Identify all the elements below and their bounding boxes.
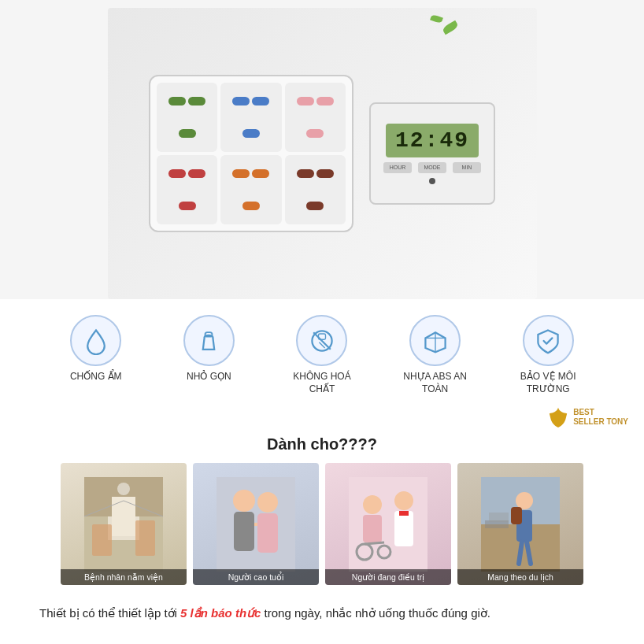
pill-pink-2 — [316, 97, 334, 105]
water-drop-icon — [82, 327, 110, 355]
timer-buttons: HOUR MODE MIN — [383, 162, 481, 173]
product-image-section: 12:49 HOUR MODE MIN — [0, 0, 644, 299]
svg-rect-31 — [394, 511, 413, 546]
shield-icon — [534, 327, 562, 355]
pill-red-2 — [188, 169, 205, 178]
feature-icon-chong-am — [70, 315, 121, 366]
svg-rect-16 — [135, 520, 155, 556]
svg-rect-26 — [363, 515, 382, 542]
svg-point-21 — [257, 492, 278, 513]
target-img-benh-nhan: Bệnh nhân nằm viện — [61, 463, 187, 585]
description-text-before: Thiết bị có thể thiết lập tới — [39, 606, 180, 620]
bestseller-icon-svg — [547, 406, 569, 428]
pill-brown-2 — [316, 169, 334, 178]
pill-cell-4 — [157, 155, 217, 224]
bestseller-badge: BEST SELLER TONY — [0, 403, 644, 431]
feature-icon-khong-hoa-chat — [296, 315, 347, 366]
description-section: Thiết bị có thể thiết lập tới 5 lần báo … — [0, 593, 644, 638]
feature-nhua-abs: NHỰA ABS AN TOÀN — [396, 315, 475, 395]
target-images-container: Bệnh nhân nằm viện Người cao tuổi — [39, 463, 605, 585]
bag-icon — [194, 327, 223, 355]
danh-cho-title: Dành cho???? — [39, 435, 605, 453]
feature-label-bao-ve: BẢO VỆ MÔI TRƯỜNG — [509, 371, 587, 395]
feature-chong-am: CHỐNG ẨM — [57, 315, 135, 383]
feature-label-khong-hoa-chat: KHÔNG HOÁ CHẤT — [283, 371, 361, 395]
box-icon — [421, 327, 450, 355]
pill-cell-3 — [285, 83, 346, 152]
svg-point-17 — [117, 483, 130, 495]
target-img-du-lich: Mang theo du lịch — [457, 463, 583, 585]
elderly-couple-svg — [217, 477, 295, 572]
timer-btn-min[interactable]: MIN — [453, 162, 481, 173]
pill-cell-6 — [285, 155, 346, 224]
target-label-benh-nhan: Bệnh nhân nằm viện — [61, 569, 187, 585]
nurse-patient-svg — [349, 477, 427, 572]
feature-icon-nho-gon — [183, 315, 235, 366]
traveler-svg — [481, 477, 560, 572]
target-img-bg-traveler — [457, 463, 583, 585]
svg-line-2 — [313, 332, 331, 350]
target-label-dieu-tri: Người đang điều trị — [325, 569, 451, 585]
features-section: CHỐNG ẨM NHỎ GỌN KHÔNG HOÁ CHẤT — [0, 299, 644, 403]
pill-cell-2 — [220, 83, 281, 152]
target-label-du-lich: Mang theo du lịch — [457, 569, 583, 585]
feature-bao-ve: BẢO VỆ MÔI TRƯỜNG — [509, 315, 587, 395]
product-image: 12:49 HOUR MODE MIN — [108, 8, 537, 299]
pill-brown-1 — [297, 169, 314, 178]
pill-green-1 — [168, 97, 186, 105]
bestseller-text: BEST SELLER TONY — [573, 408, 628, 427]
feature-nho-gon: NHỎ GỌN — [169, 315, 248, 383]
pill-box-scene: 12:49 HOUR MODE MIN — [108, 8, 537, 299]
timer-device: 12:49 HOUR MODE MIN — [369, 102, 495, 205]
target-img-bg-elderly — [193, 463, 319, 585]
target-img-bg-hospital — [61, 463, 187, 585]
pill-green-3 — [179, 129, 196, 138]
svg-rect-20 — [234, 512, 254, 551]
pill-brown-3 — [306, 202, 324, 210]
no-chemical-icon — [308, 327, 336, 355]
description-paragraph: Thiết bị có thể thiết lập tới 5 lần báo … — [39, 604, 605, 623]
timer-indicator-dot — [429, 178, 435, 184]
description-highlight: 5 lần báo thức — [180, 606, 261, 620]
svg-rect-15 — [92, 524, 112, 556]
pill-orange-2 — [252, 169, 269, 178]
pill-red-1 — [168, 169, 186, 178]
feature-label-nho-gon: NHỎ GỌN — [187, 371, 231, 383]
pill-blue-2 — [252, 97, 269, 105]
feature-label-nhua-abs: NHỰA ABS AN TOÀN — [396, 371, 475, 395]
danh-cho-section: Dành cho???? Bệnh nhân nằm — [0, 431, 644, 593]
pill-blue-3 — [242, 129, 260, 138]
pill-orange-3 — [242, 202, 260, 210]
svg-point-25 — [363, 495, 382, 514]
pill-pink-3 — [306, 129, 324, 138]
pill-blue-1 — [232, 97, 250, 105]
svg-rect-12 — [112, 497, 135, 536]
leaf-decoration-2 — [430, 14, 443, 24]
timer-btn-hour[interactable]: HOUR — [383, 162, 412, 173]
svg-rect-38 — [511, 507, 522, 524]
svg-point-30 — [394, 491, 413, 510]
target-img-nguoi-cao-tuoi: Người cao tuổi — [193, 463, 319, 585]
feature-label-chong-am: CHỐNG ẨM — [70, 371, 122, 383]
description-text-after: trong ngày, nhắc nhở uống thuốc đúng giờ… — [261, 606, 490, 620]
svg-rect-42 — [489, 513, 509, 522]
target-label-cao-tuoi: Người cao tuổi — [193, 569, 319, 585]
pill-orange-1 — [232, 169, 250, 178]
svg-point-36 — [516, 492, 533, 509]
svg-point-19 — [233, 490, 255, 512]
svg-line-39 — [519, 542, 522, 564]
leaf-decoration-1 — [441, 20, 458, 35]
target-img-bg-nurse — [325, 463, 451, 585]
timer-btn-mode[interactable]: MODE — [418, 162, 446, 173]
pill-green-2 — [188, 97, 205, 105]
hospital-corridor-svg — [84, 477, 163, 572]
svg-rect-22 — [257, 513, 278, 553]
feature-icon-bao-ve — [523, 315, 574, 366]
svg-line-29 — [365, 542, 384, 544]
pill-box — [149, 75, 353, 232]
feature-khong-hoa-chat: KHÔNG HOÁ CHẤT — [283, 315, 361, 395]
target-img-dieu-tri: Người đang điều trị — [325, 463, 451, 585]
timer-display: 12:49 — [386, 124, 479, 157]
svg-rect-32 — [399, 511, 409, 516]
pill-cell-5 — [220, 155, 281, 224]
